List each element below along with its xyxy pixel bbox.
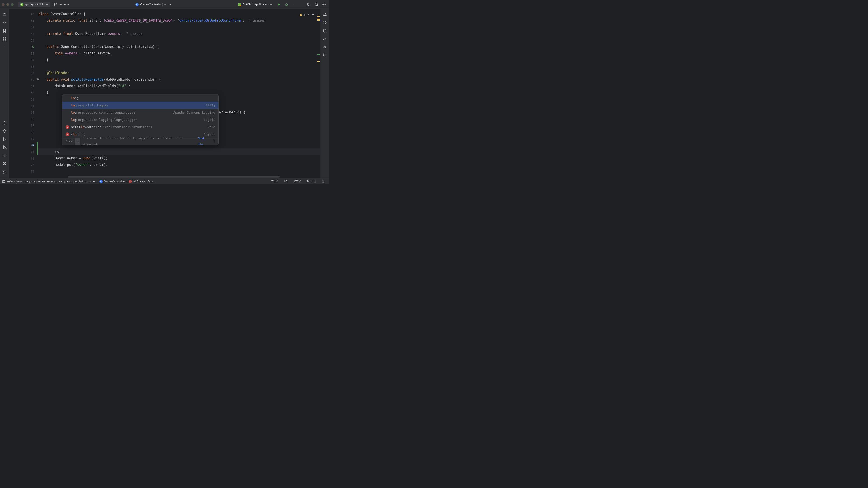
svg-rect-18 <box>5 37 6 38</box>
search-everywhere-button[interactable] <box>313 1 320 8</box>
completion-more-button[interactable]: ⋮ <box>213 138 215 145</box>
breadcrumb-item[interactable]: java <box>17 180 22 183</box>
completion-item-selected[interactable]: logorg.slf4j.Logger Slf4j <box>62 102 218 109</box>
indent-settings[interactable]: Tab* <box>304 180 318 183</box>
bookmarks-tool-button[interactable] <box>1 27 8 34</box>
structure-tool-button[interactable] <box>1 35 8 42</box>
breadcrumb-item[interactable]: org <box>26 180 30 183</box>
debug-button[interactable] <box>283 1 290 8</box>
svg-point-32 <box>5 171 6 172</box>
completion-item[interactable]: m setAllowedFields(WebDataBinder dataBin… <box>62 123 218 131</box>
emoji-tool-button[interactable] <box>1 119 8 127</box>
svg-point-12 <box>307 3 309 5</box>
breadcrumb-item[interactable]: samples <box>59 180 70 183</box>
svg-point-26 <box>5 122 5 123</box>
close-window-icon[interactable] <box>2 3 4 6</box>
completion-item[interactable]: logorg.apache.commons.logging.Log Apache… <box>62 109 218 116</box>
more-tools-button[interactable] <box>1 43 8 51</box>
file-encoding[interactable]: UTF-8 <box>291 180 304 183</box>
settings-button[interactable] <box>321 1 327 8</box>
breadcrumb-item[interactable]: springframework <box>33 180 55 183</box>
breadcrumb-item[interactable]: owner <box>88 180 96 183</box>
method-icon: m <box>66 132 69 136</box>
line-number: 72 <box>31 157 34 160</box>
line-number: 58 <box>31 65 34 68</box>
caret-position[interactable]: 71:11 <box>269 180 281 183</box>
window-controls <box>2 3 13 6</box>
scrollbar-thumb[interactable] <box>68 176 280 177</box>
commit-tool-button[interactable] <box>1 19 8 26</box>
project-tool-button[interactable] <box>1 11 8 18</box>
open-file-tab[interactable]: C OwnerController.java <box>133 2 174 7</box>
completion-popup: long logorg.slf4j.Logger Slf4j logorg.ap… <box>62 94 219 145</box>
right-tool-rail: m <box>320 9 329 178</box>
readonly-toggle[interactable] <box>319 180 327 183</box>
breadcrumb-item[interactable]: main <box>6 180 13 183</box>
breadcrumb-item[interactable]: petclinic <box>73 180 84 183</box>
services-tool-button[interactable] <box>1 144 8 151</box>
vcs-branch-selector[interactable]: demo <box>52 2 71 7</box>
database-tool-button[interactable] <box>321 27 329 34</box>
minimize-window-icon[interactable] <box>6 3 9 6</box>
problems-tool-button[interactable] <box>1 160 8 167</box>
svg-point-24 <box>3 121 6 125</box>
ai-assistant-tool-button[interactable] <box>321 19 329 26</box>
more-actions-button[interactable] <box>291 1 298 8</box>
line-number: 74 <box>31 170 34 173</box>
breadcrumb-item[interactable]: minitCreationForm <box>129 180 154 183</box>
run-tool-button[interactable] <box>1 135 8 143</box>
code-with-me-button[interactable] <box>306 1 312 8</box>
line-number: 71 <box>31 150 34 154</box>
line-number: 56 <box>31 52 34 55</box>
endpoint-icon[interactable]: @ <box>32 143 35 147</box>
code-editor[interactable]: 3 class OwnerController { private static… <box>38 9 320 178</box>
warning-icon <box>299 13 303 16</box>
vcs-added-marker[interactable] <box>37 142 37 155</box>
warnings-count: 3 <box>303 11 305 18</box>
line-number: 64 <box>31 104 34 108</box>
breadcrumb-toggle-icon[interactable] <box>2 180 5 183</box>
editor-gutter[interactable]: 49 51 52 53 54 55 56 57 58 59 60@ 61 62 … <box>9 9 38 178</box>
footer-kbd: ^. <box>75 138 80 145</box>
svg-rect-28 <box>3 154 6 157</box>
run-button[interactable] <box>276 1 282 8</box>
left-tool-rail <box>0 9 9 178</box>
terminal-tool-button[interactable] <box>1 152 8 159</box>
notifications-tool-button[interactable] <box>321 11 329 18</box>
chevron-up-icon[interactable] <box>307 13 310 16</box>
run-config-name: PetClinicApplication <box>243 3 269 6</box>
horizontal-scrollbar[interactable] <box>68 175 317 178</box>
run-configuration-selector[interactable]: PetClinicApplication <box>235 2 274 7</box>
breadcrumb-item[interactable]: COwnerController <box>99 180 125 183</box>
line-number: 57 <box>31 58 34 62</box>
svg-text:@: @ <box>32 144 34 146</box>
maven-tool-button[interactable]: m <box>321 43 329 51</box>
line-number: 67 <box>31 124 34 127</box>
method-icon: m <box>129 180 132 183</box>
line-number: 60 <box>31 78 34 82</box>
branch-name: demo <box>59 3 66 6</box>
line-number: 65 <box>31 111 34 114</box>
completion-item[interactable]: long <box>62 94 218 102</box>
vcs-tool-button[interactable] <box>1 168 8 175</box>
svg-point-3 <box>56 3 57 4</box>
next-tip-link[interactable]: Next Tip <box>198 135 211 145</box>
error-stripe[interactable] <box>317 9 320 178</box>
line-separator[interactable]: LF <box>282 180 289 183</box>
inspections-widget[interactable]: 3 <box>299 11 314 18</box>
line-number: 73 <box>31 163 34 167</box>
nav-icon[interactable] <box>32 45 35 49</box>
chevron-down-icon[interactable] <box>311 13 314 16</box>
svg-rect-17 <box>3 37 4 38</box>
svg-rect-20 <box>5 39 6 40</box>
project-selector[interactable]: spring-petclinic <box>18 2 50 7</box>
svg-point-23 <box>4 46 5 47</box>
coverage-tool-button[interactable] <box>321 52 329 59</box>
svg-point-9 <box>294 4 294 4</box>
maximize-window-icon[interactable] <box>11 3 13 6</box>
svg-point-25 <box>4 122 4 123</box>
completion-item[interactable]: logorg.apache.logging.log4j.Logger Log4j… <box>62 116 218 123</box>
endpoints-tool-button[interactable] <box>321 35 329 42</box>
build-tool-button[interactable] <box>1 127 8 135</box>
text-caret <box>59 149 59 154</box>
